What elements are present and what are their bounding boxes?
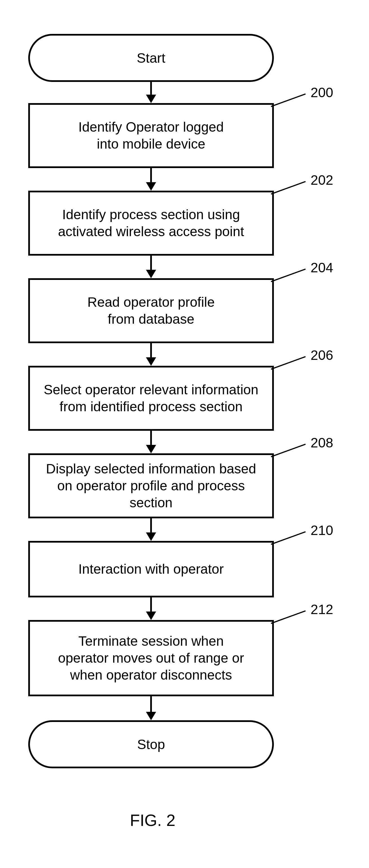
arrow-head — [146, 357, 156, 366]
start-label: Start — [137, 50, 165, 66]
arrow — [150, 597, 152, 613]
arrow-head — [146, 445, 156, 453]
process-text: Read operator profile from database — [88, 294, 215, 328]
flowchart-canvas: Start Identify Operator logged into mobi… — [0, 0, 369, 868]
arrow — [150, 431, 152, 446]
stop-node: Stop — [28, 720, 274, 768]
process-step-212: Terminate session when operator moves ou… — [28, 620, 274, 696]
process-text: Interaction with operator — [78, 561, 224, 578]
arrow — [150, 696, 152, 713]
ref-label-206: 206 — [310, 347, 333, 363]
process-step-206: Select operator relevant information fro… — [28, 366, 274, 431]
figure-caption: FIG. 2 — [130, 811, 175, 830]
ref-leader — [271, 531, 306, 545]
arrow — [150, 343, 152, 359]
arrow-head — [146, 612, 156, 620]
arrow-head — [146, 712, 156, 720]
process-text: Display selected information based on op… — [38, 460, 264, 511]
ref-leader — [271, 356, 306, 370]
start-node: Start — [28, 34, 274, 82]
process-step-204: Read operator profile from database — [28, 278, 274, 343]
ref-label-202: 202 — [310, 172, 333, 188]
ref-leader — [271, 610, 306, 624]
arrow — [150, 82, 152, 96]
arrow — [150, 168, 152, 184]
arrow — [150, 256, 152, 271]
process-text: Identify process section using activated… — [58, 206, 244, 240]
process-text: Terminate session when operator moves ou… — [58, 633, 244, 684]
process-text: Identify Operator logged into mobile dev… — [78, 119, 224, 153]
stop-label: Stop — [137, 737, 165, 752]
ref-label-208: 208 — [310, 435, 333, 451]
arrow — [150, 518, 152, 534]
process-step-200: Identify Operator logged into mobile dev… — [28, 103, 274, 168]
arrow-head — [146, 532, 156, 541]
ref-leader — [271, 269, 306, 282]
process-step-210: Interaction with operator — [28, 541, 274, 597]
process-step-202: Identify process section using activated… — [28, 191, 274, 256]
ref-label-212: 212 — [310, 602, 333, 617]
arrow-head — [146, 270, 156, 278]
ref-leader — [271, 181, 306, 195]
ref-label-204: 204 — [310, 260, 333, 275]
process-step-208: Display selected information based on op… — [28, 453, 274, 518]
ref-label-210: 210 — [310, 523, 333, 538]
ref-leader — [271, 93, 306, 107]
ref-label-200: 200 — [310, 85, 333, 100]
arrow-head — [146, 95, 156, 103]
process-text: Select operator relevant information fro… — [44, 381, 258, 415]
ref-leader — [271, 444, 306, 457]
arrow-head — [146, 182, 156, 191]
